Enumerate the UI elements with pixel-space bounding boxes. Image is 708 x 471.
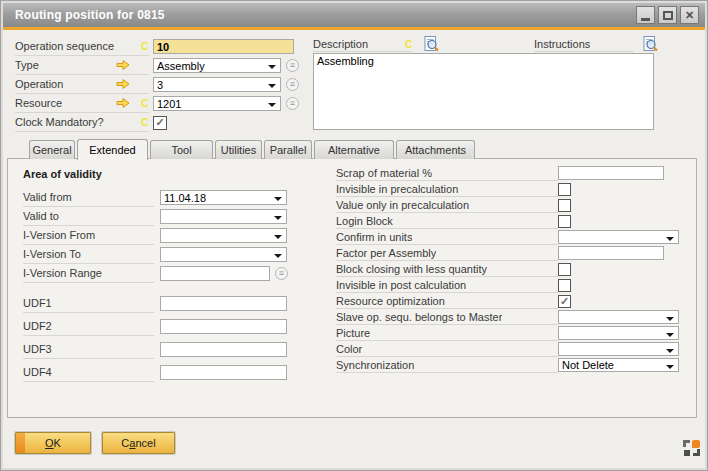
- login-block-checkbox[interactable]: [558, 215, 571, 228]
- udf4-row: UDF4: [23, 361, 301, 384]
- clock-mandatory-checkbox[interactable]: ✓: [153, 116, 167, 130]
- header-form: Operation sequence C 10 Type Assembly ≡: [15, 37, 311, 132]
- instructions-label-cell: Instructions: [534, 37, 634, 52]
- value-only-precalc-label: Value only in precalculation: [336, 199, 469, 211]
- invisible-precalc-row: Invisible in precalculation: [336, 181, 688, 197]
- resource-dropdown[interactable]: 1201: [153, 96, 281, 111]
- changeable-marker: C: [140, 117, 149, 128]
- operation-label: Operation: [15, 78, 63, 90]
- minimize-icon: [641, 18, 650, 21]
- color-label: Color: [336, 343, 362, 355]
- valid-from-dropdown[interactable]: 11.04.18: [160, 190, 287, 205]
- area-of-validity-section: Area of validity Valid from 11.04.18 Val…: [23, 168, 301, 384]
- tab-parallel[interactable]: Parallel: [264, 140, 312, 159]
- iversion-to-dropdown[interactable]: [160, 247, 287, 262]
- close-button[interactable]: ✕: [680, 6, 699, 24]
- operation-sequence-label: Operation sequence: [15, 40, 114, 52]
- description-textarea[interactable]: Assembling: [313, 53, 654, 130]
- operation-dropdown[interactable]: 3: [153, 77, 281, 92]
- title-bar[interactable]: Routing position for 0815 ✕: [3, 3, 705, 27]
- description-zoom-icon[interactable]: [424, 36, 439, 54]
- valid-from-label: Valid from: [23, 191, 72, 203]
- changeable-marker: C: [404, 39, 413, 50]
- extended-options-section: Scrap of material % Invisible in precalc…: [336, 165, 688, 373]
- operation-edit-icon[interactable]: ≡: [286, 78, 299, 91]
- tab-tool[interactable]: Tool: [150, 140, 213, 159]
- udf4-label: UDF4: [23, 366, 52, 378]
- tab-strip: General Extended Tool Utilities Parallel…: [29, 138, 475, 159]
- block-closing-checkbox[interactable]: [558, 263, 571, 276]
- link-arrow-icon[interactable]: [116, 59, 130, 71]
- slave-master-label: Slave op. sequ. belongs to Master: [336, 311, 502, 323]
- invisible-postcalc-row: Invisible in post calculation: [336, 277, 688, 293]
- value-only-precalc-checkbox[interactable]: [558, 199, 571, 212]
- resource-optimization-checkbox[interactable]: ✓: [558, 295, 571, 308]
- tab-utilities[interactable]: Utilities: [215, 140, 262, 159]
- extended-tab-panel: Area of validity Valid from 11.04.18 Val…: [7, 158, 697, 418]
- iversion-range-edit-icon[interactable]: ≡: [275, 267, 288, 280]
- invisible-postcalc-checkbox[interactable]: [558, 279, 571, 292]
- operation-sequence-row: Operation sequence C 10: [15, 37, 311, 56]
- type-label: Type: [15, 59, 39, 71]
- picture-label: Picture: [336, 327, 370, 339]
- maximize-button[interactable]: [658, 6, 677, 24]
- resource-label: Resource: [15, 97, 62, 109]
- iversion-from-dropdown[interactable]: [160, 228, 287, 243]
- description-label-cell: Description C: [313, 37, 413, 52]
- ok-button[interactable]: OK: [15, 432, 91, 454]
- clock-mandatory-row: Clock Mandatory? C ✓: [15, 113, 311, 132]
- description-label: Description: [313, 38, 368, 50]
- udf2-input[interactable]: [160, 319, 287, 334]
- iversion-range-label: I-Version Range: [23, 267, 102, 279]
- cancel-button[interactable]: Cancel: [102, 432, 175, 454]
- maximize-icon: [663, 11, 673, 20]
- tab-attachments[interactable]: Attachments: [396, 140, 475, 159]
- window-controls: ✕: [636, 6, 699, 24]
- picture-dropdown[interactable]: [558, 326, 679, 340]
- type-edit-icon[interactable]: ≡: [286, 59, 299, 72]
- scrap-input[interactable]: [558, 166, 664, 180]
- confirm-units-label: Confirm in units: [336, 231, 412, 243]
- slave-master-dropdown[interactable]: [558, 310, 679, 324]
- valid-from-row: Valid from 11.04.18: [23, 188, 301, 207]
- udf1-row: UDF1: [23, 292, 301, 315]
- udf1-input[interactable]: [160, 296, 287, 311]
- confirm-units-row: Confirm in units: [336, 229, 688, 245]
- iversion-from-label: I-Version From: [23, 229, 95, 241]
- udf3-input[interactable]: [160, 342, 287, 357]
- tab-alternative[interactable]: Alternative: [314, 140, 394, 159]
- color-dropdown[interactable]: [558, 342, 679, 356]
- minimize-button[interactable]: [636, 6, 655, 24]
- udf2-row: UDF2: [23, 315, 301, 338]
- link-arrow-icon[interactable]: [116, 97, 130, 109]
- default-button-stripe: [16, 433, 25, 453]
- tab-general[interactable]: General: [29, 140, 75, 159]
- factor-assembly-input[interactable]: [558, 246, 664, 260]
- udf4-input[interactable]: [160, 365, 287, 380]
- operation-sequence-input[interactable]: 10: [153, 39, 294, 54]
- link-arrow-icon[interactable]: [116, 78, 130, 90]
- iversion-range-row: I-Version Range ≡: [23, 264, 301, 283]
- iversion-to-row: I-Version To: [23, 245, 301, 264]
- synchronization-row: Synchronization Not Delete: [336, 357, 688, 373]
- resource-edit-icon[interactable]: ≡: [286, 97, 299, 110]
- iversion-from-row: I-Version From: [23, 226, 301, 245]
- changeable-marker: C: [140, 98, 149, 109]
- instructions-label: Instructions: [534, 38, 590, 50]
- iversion-range-input[interactable]: [160, 266, 270, 281]
- type-dropdown[interactable]: Assembly: [153, 58, 281, 73]
- routing-position-dialog: Routing position for 0815 ✕ Operation se…: [0, 0, 708, 471]
- instructions-zoom-icon[interactable]: [643, 36, 658, 54]
- check-icon: ✓: [560, 296, 569, 307]
- valid-to-label: Valid to: [23, 210, 59, 222]
- confirm-units-dropdown[interactable]: [558, 230, 679, 244]
- type-row: Type Assembly ≡: [15, 56, 311, 75]
- valid-to-dropdown[interactable]: [160, 209, 287, 224]
- check-icon: ✓: [155, 117, 164, 128]
- login-block-label: Login Block: [336, 215, 393, 227]
- tab-extended[interactable]: Extended: [77, 139, 148, 160]
- synchronization-dropdown[interactable]: Not Delete: [558, 358, 679, 372]
- invisible-precalc-checkbox[interactable]: [558, 183, 571, 196]
- form-resize-icon[interactable]: [683, 440, 700, 456]
- description-section: Description C Instructions: [313, 37, 661, 53]
